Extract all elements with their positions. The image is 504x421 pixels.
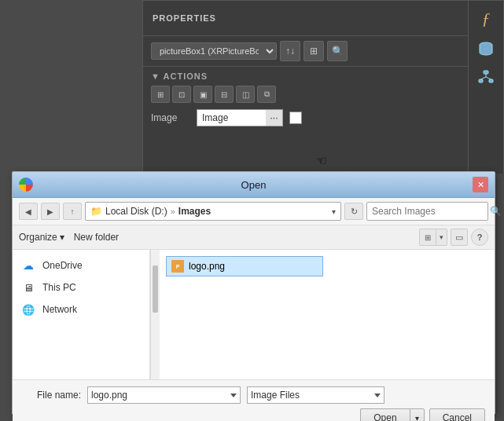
new-folder-button[interactable]: New folder [74,232,119,243]
open-btn-group: Open ▾ [360,408,424,421]
help-button[interactable]: ? [471,229,488,246]
folder-icon: 📁 [90,206,102,217]
action-btn-5[interactable]: ◫ [236,86,255,103]
path-dropdown-arrow[interactable]: ▾ [332,207,336,216]
component-select[interactable]: pictureBox1 (XRPictureBox) [151,42,277,60]
open-dialog: Open ✕ ◀ ▶ ↑ 📁 Local Disk (D:) » Images … [12,171,495,415]
svg-line-5 [481,77,487,79]
search-prop-button[interactable]: 🔍 [327,41,348,61]
sidebar-nav: ☁ OneDrive 🖥 This PC 🌐 Network [13,250,150,379]
open-dropdown-arrow[interactable]: ▾ [410,408,425,421]
actions-section: ▼ ACTIONS ⊞ ⊡ ▣ ⊟ ◫ ⧉ Image ··· [143,67,503,131]
action-btn-1[interactable]: ⊞ [151,86,170,103]
nav-scrollbar[interactable] [150,250,160,379]
chrome-logo-icon [19,178,33,192]
search-input[interactable] [372,206,490,217]
path-folder: Images [178,206,211,217]
properties-panel: PROPERTIES ⚙ pictureBox1 (XRPictureBox) … [142,0,504,173]
forward-button[interactable]: ▶ [41,203,60,220]
action-btn-6[interactable]: ⧉ [257,86,276,103]
nav-label-thispc: This PC [42,282,76,293]
sidebar-nav-container: ☁ OneDrive 🖥 This PC 🌐 Network [13,250,160,379]
nav-item-network[interactable]: 🌐 Network [13,298,149,320]
open-button[interactable]: Open [360,408,409,421]
nav-scrollbar-thumb [153,265,158,313]
refresh-button[interactable]: ↻ [344,203,363,220]
properties-toolbar: pictureBox1 (XRPictureBox) ↑↓ ⊞ 🔍 [143,36,503,67]
up-button[interactable]: ↑ [63,203,82,220]
svg-rect-2 [479,79,483,82]
file-item-logo[interactable]: P logo.png [166,256,323,276]
file-name-label: logo.png [189,261,225,272]
sidebar-icon-font[interactable]: ƒ [482,9,491,29]
dialog-content: ☁ OneDrive 🖥 This PC 🌐 Network [13,250,495,379]
buttons-row: Open ▾ Cancel [22,408,485,421]
right-sidebar: ƒ [468,1,503,174]
onedrive-icon: ☁ [20,259,36,272]
nav-label-onedrive: OneDrive [42,260,83,271]
path-sep1: » [171,207,175,216]
image-label: Image [151,112,190,123]
action-btn-4[interactable]: ⊟ [215,86,234,103]
toolbar-right: ⊞ ▾ ▭ ? [419,229,488,246]
path-root: Local Disk (D:) [105,206,167,217]
png-file-icon: P [171,260,184,273]
organize-button[interactable]: Organize ▾ [19,232,64,243]
cancel-button[interactable]: Cancel [429,408,485,421]
filename-label: File name: [22,390,81,401]
png-icon: P [171,260,184,273]
filetype-select[interactable]: Image Files [247,386,384,404]
properties-header: PROPERTIES ⚙ [143,1,503,36]
sidebar-icon-network[interactable] [478,70,494,84]
svg-line-6 [486,77,491,79]
dialog-titlebar: Open ✕ [13,172,495,198]
view-dropdown-arrow[interactable]: ▾ [436,229,447,245]
actions-toolbar: ⊞ ⊡ ▣ ⊟ ◫ ⧉ [151,86,495,103]
filename-dropdown[interactable]: logo.png [87,386,241,404]
address-bar: ◀ ▶ ↑ 📁 Local Disk (D:) » Images ▾ ↻ 🔍 [13,198,495,225]
actions-header: ▼ ACTIONS [151,71,495,81]
image-browse-button[interactable]: ··· [266,109,283,126]
search-box[interactable]: 🔍 [366,202,488,221]
nav-item-onedrive[interactable]: ☁ OneDrive [13,254,149,276]
pane-button[interactable]: ▭ [451,229,468,246]
search-icon: 🔍 [490,206,502,217]
sidebar-icon-database[interactable] [479,42,493,57]
svg-rect-3 [489,79,493,82]
image-color-swatch[interactable] [289,112,302,124]
view-button[interactable]: ⊞ ▾ [419,229,447,246]
file-area: P logo.png [160,250,495,379]
action-btn-3[interactable]: ▣ [193,86,212,103]
network-icon: 🌐 [20,303,36,316]
view-mode-icon: ⊞ [420,229,436,245]
back-button[interactable]: ◀ [19,203,38,220]
organize-label: Organize [19,232,57,243]
organize-arrow: ▾ [60,232,64,243]
image-input-container: ··· [197,109,283,126]
dialog-bottom: File name: logo.png Image Files Open ▾ C… [13,379,495,421]
new-folder-label: New folder [74,232,119,243]
address-path[interactable]: 📁 Local Disk (D:) » Images ▾ [85,202,341,221]
filename-row: File name: logo.png Image Files [22,386,485,404]
svg-rect-1 [484,71,488,74]
nav-label-network: Network [42,304,77,315]
image-row: Image ··· [151,109,495,126]
toolbar-left: Organize ▾ New folder [19,232,119,243]
sort-asc-button[interactable]: ↑↓ [280,41,300,61]
filetype-wrapper: Image Files [247,386,384,404]
dialog-title: Open [35,179,473,191]
nav-item-thispc[interactable]: 🖥 This PC [13,276,149,298]
dialog-toolbar: Organize ▾ New folder ⊞ ▾ ▭ ? [13,225,495,250]
grid-view-button[interactable]: ⊞ [304,41,324,61]
close-button[interactable]: ✕ [473,177,488,192]
properties-title: PROPERTIES [153,13,216,23]
thispc-icon: 🖥 [20,281,36,294]
action-btn-2[interactable]: ⊡ [172,86,191,103]
